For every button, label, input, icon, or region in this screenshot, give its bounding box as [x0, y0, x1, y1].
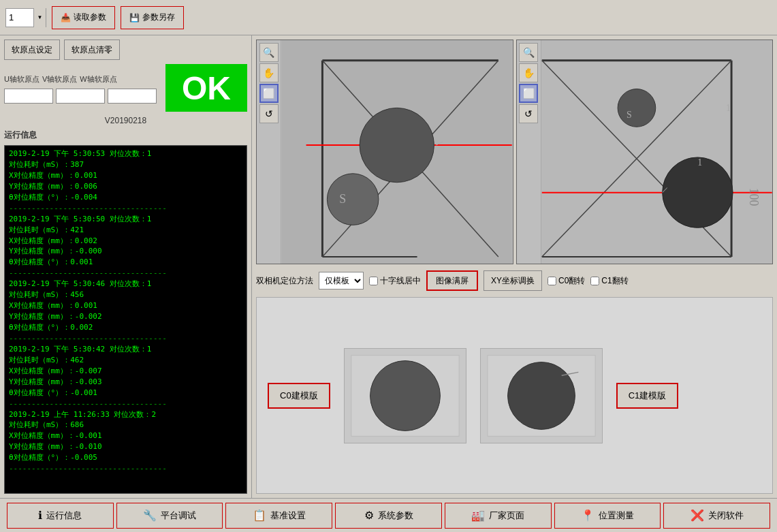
tab-label-3: 系统参数 — [378, 510, 413, 522]
ok-indicator: OK — [165, 64, 247, 112]
crosshair-checkbox-wrap[interactable]: 十字线居中 — [369, 275, 421, 287]
tab-btn-3[interactable]: ⚙系统参数 — [335, 503, 442, 529]
svg-text:1: 1 — [697, 157, 702, 168]
number-input[interactable]: 1 — [6, 9, 33, 27]
axis-inputs-row: 0.000 0.000 0.000 — [4, 89, 160, 104]
crosshair-label: 十字线居中 — [380, 275, 421, 287]
cam0-image: S — [281, 40, 513, 264]
cam1-select-btn[interactable]: ⬜ — [519, 84, 538, 103]
axis-w-label: W轴软原点 — [80, 74, 116, 84]
axis-row-u: U轴软原点 V轴软原点 W轴软原点 — [4, 74, 160, 84]
c1-flip-checkbox[interactable] — [590, 277, 599, 285]
tab-label-5: 位置测量 — [599, 510, 634, 522]
axis-v-input[interactable]: 0.000 — [56, 89, 105, 104]
svg-text:S: S — [627, 110, 632, 120]
read-icon: 📥 — [61, 13, 71, 22]
dual-camera-select[interactable]: 仅模板 — [319, 272, 364, 290]
tab-label-4: 厂家页面 — [489, 510, 524, 522]
controls-row: 双相机定位方法 仅模板 十字线居中 图像满屏 XY坐标调换 C0翻转 C1翻转 — [256, 268, 773, 293]
svg-point-30 — [507, 362, 575, 429]
axis-u-label: U轴软原点 — [4, 74, 39, 84]
svg-text:S: S — [339, 192, 346, 206]
svg-point-27 — [370, 360, 440, 431]
version-label: V20190218 — [4, 116, 247, 125]
c0-flip-label: C0翻转 — [558, 275, 585, 287]
tab-icon-2: 📋 — [253, 509, 266, 522]
tab-label-2: 基准设置 — [270, 510, 306, 522]
soft-origin-set-button[interactable]: 软原点设定 — [4, 40, 60, 60]
tab-btn-5[interactable]: 📍位置测量 — [554, 503, 661, 529]
dropdown-arrow[interactable]: ▼ — [33, 8, 46, 27]
camera-views: 🔍 ✋ ⬜ ↺ — [256, 40, 773, 264]
left-panel: 软原点设定 软原点清零 U轴软原点 V轴软原点 W轴软原点 0.000 0.00… — [0, 35, 252, 498]
c0-flip-checkbox[interactable] — [548, 277, 556, 285]
dual-camera-label: 双相机定位方法 — [256, 275, 313, 287]
tab-icon-3: ⚙ — [364, 509, 374, 522]
save-params-button[interactable]: 💾 参数另存 — [121, 6, 184, 29]
camera-view-0: 🔍 ✋ ⬜ ↺ — [256, 40, 513, 264]
c0-template-button[interactable]: C0建模版 — [268, 383, 330, 409]
cam0-rotate-btn[interactable]: ↺ — [259, 104, 279, 123]
save-icon: 💾 — [129, 13, 140, 22]
tab-icon-4: 🏭 — [471, 509, 485, 522]
read-params-button[interactable]: 📥 读取参数 — [52, 6, 115, 29]
tab-label-1: 平台调试 — [161, 510, 196, 522]
cam0-toolbar: 🔍 ✋ ⬜ ↺ — [257, 40, 281, 264]
tab-icon-6: ❌ — [691, 509, 704, 522]
origin-controls: 软原点设定 软原点清零 — [4, 40, 247, 60]
tab-icon-0: ℹ — [38, 509, 42, 522]
cam1-toolbar: 🔍 ✋ ⬜ ↺ — [517, 40, 541, 264]
axis-w-input[interactable]: 0.000 — [108, 89, 157, 104]
svg-point-19 — [618, 89, 656, 127]
image-fullscreen-button[interactable]: 图像满屏 — [426, 270, 478, 291]
template-panel: C0建模版 C1建模版 — [256, 297, 773, 494]
bottom-tab-bar: ℹ运行信息🔧平台调试📋基准设置⚙系统参数🏭厂家页面📍位置测量❌关闭软件 — [0, 498, 777, 532]
svg-point-18 — [662, 157, 732, 228]
axis-v-label: V轴软原点 — [42, 74, 77, 84]
cam1-image: 100 S 1 1 — [541, 40, 773, 264]
number-selector[interactable]: 1 ▼ — [5, 8, 46, 27]
top-bar: 1 ▼ 📥 读取参数 💾 参数另存 — [0, 0, 777, 35]
tab-label-0: 运行信息 — [46, 510, 82, 522]
c0-flip-wrap[interactable]: C0翻转 — [548, 275, 585, 287]
runinfo-title: 运行信息 — [4, 129, 247, 141]
cam1-hand-btn[interactable]: ✋ — [519, 63, 538, 82]
c0-template-image — [344, 348, 466, 443]
main-area: 软原点设定 软原点清零 U轴软原点 V轴软原点 W轴软原点 0.000 0.00… — [0, 35, 777, 498]
tab-icon-1: 🔧 — [143, 509, 157, 522]
c1-flip-wrap[interactable]: C1翻转 — [590, 275, 628, 287]
tab-btn-0[interactable]: ℹ运行信息 — [7, 503, 114, 529]
c1-flip-label: C1翻转 — [601, 275, 628, 287]
cam0-select-btn[interactable]: ⬜ — [259, 84, 279, 103]
tab-icon-5: 📍 — [581, 509, 594, 522]
tab-label-6: 关闭软件 — [708, 510, 744, 522]
soft-origin-clear-button[interactable]: 软原点清零 — [64, 40, 120, 60]
tab-btn-4[interactable]: 🏭厂家页面 — [445, 503, 552, 529]
c1-template-image — [480, 348, 603, 443]
svg-text:1: 1 — [726, 103, 731, 113]
svg-text:100: 100 — [746, 188, 760, 206]
right-panel: 🔍 ✋ ⬜ ↺ — [252, 35, 777, 498]
c1-template-button[interactable]: C1建模版 — [616, 383, 679, 409]
crosshair-checkbox[interactable] — [369, 277, 378, 285]
tab-btn-1[interactable]: 🔧平台调试 — [116, 503, 223, 529]
axis-u-input[interactable]: 0.000 — [4, 89, 53, 104]
svg-point-7 — [360, 108, 434, 182]
xy-adjust-button[interactable]: XY坐标调换 — [483, 270, 542, 291]
tab-btn-2[interactable]: 📋基准设置 — [225, 503, 332, 529]
tab-btn-6[interactable]: ❌关闭软件 — [663, 503, 770, 529]
svg-point-8 — [327, 174, 379, 225]
log-panel: 2019-2-19 下午 5:30:53 对位次数：1对位耗时（mS）：387X… — [4, 145, 247, 494]
cam0-zoom-btn[interactable]: 🔍 — [259, 43, 279, 62]
camera-view-1: 🔍 ✋ ⬜ ↺ — [516, 40, 774, 264]
cam0-hand-btn[interactable]: ✋ — [259, 63, 279, 82]
cam1-rotate-btn[interactable]: ↺ — [519, 104, 538, 123]
cam1-zoom-btn[interactable]: 🔍 — [519, 43, 538, 62]
svg-rect-11 — [541, 40, 772, 264]
